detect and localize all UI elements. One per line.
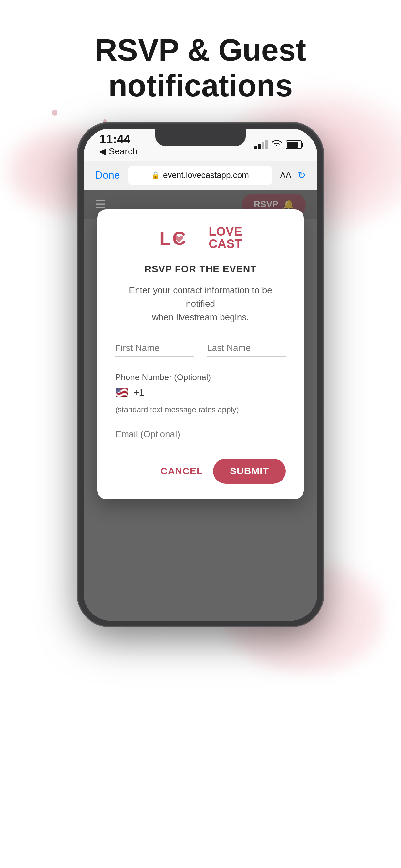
wifi-icon — [272, 140, 282, 150]
modal-desc-line1: Enter your contact information to be not… — [129, 285, 272, 309]
first-name-field[interactable] — [115, 340, 194, 357]
modal-description: Enter your contact information to be not… — [115, 283, 286, 324]
email-section[interactable] — [115, 426, 286, 443]
phone-label: Phone Number (Optional) — [115, 372, 286, 382]
modal-buttons: CANCEL SUBMIT — [115, 459, 286, 484]
browser-done-button[interactable]: Done — [95, 169, 120, 181]
modal-desc-line2: when livestream begins. — [152, 312, 249, 322]
status-bar-left: 11:44 ◀ Search — [99, 133, 137, 157]
first-name-input[interactable] — [115, 340, 194, 357]
submit-label: SUBMIT — [230, 466, 269, 476]
browser-url-bar[interactable]: 🔒 event.lovecastapp.com — [128, 166, 273, 185]
modal-title: RSVP FOR THE EVENT — [115, 264, 286, 275]
logo-cast: CAST — [209, 238, 242, 250]
svg-text:L: L — [159, 228, 171, 249]
rsvp-modal: L C LOVE CAST RSV — [97, 209, 304, 499]
title-line1: RSVP & Guest — [95, 33, 306, 67]
status-right — [254, 140, 302, 150]
browser-right-controls: AA ↻ — [280, 169, 306, 181]
email-input[interactable] — [115, 426, 286, 443]
phone-inner: 11:44 ◀ Search — [84, 128, 317, 621]
browser-aa-button[interactable]: AA — [280, 170, 291, 180]
phone-notch — [155, 128, 246, 146]
logo-love: LOVE — [209, 225, 242, 238]
signal-bar-3 — [261, 142, 264, 149]
phone-code: +1 — [133, 387, 144, 398]
browser-url-text: event.lovecastapp.com — [163, 170, 249, 180]
modal-logo: L C LOVE CAST — [115, 225, 286, 251]
phone-number-input[interactable] — [150, 387, 286, 398]
page-title: RSVP & Guest notifications — [0, 0, 401, 120]
status-time: 11:44 — [99, 133, 137, 145]
phone-input-row[interactable]: 🇺🇸 +1 — [115, 386, 286, 402]
last-name-field[interactable] — [207, 340, 286, 357]
phone-section: Phone Number (Optional) 🇺🇸 +1 (standard … — [115, 372, 286, 414]
submit-button[interactable]: SUBMIT — [213, 459, 286, 484]
name-fields-row — [115, 340, 286, 357]
phone-flag[interactable]: 🇺🇸 — [115, 386, 128, 399]
last-name-input[interactable] — [207, 340, 286, 357]
browser-refresh-button[interactable]: ↻ — [298, 169, 306, 181]
signal-bar-2 — [258, 144, 260, 149]
back-label: ◀ Search — [99, 146, 137, 157]
lock-icon: 🔒 — [151, 171, 160, 180]
phone-mockup: 11:44 ◀ Search — [78, 123, 323, 626]
battery-fill — [287, 142, 298, 148]
title-line2: notifications — [109, 68, 293, 103]
cancel-label: CANCEL — [160, 466, 203, 476]
signal-bar-1 — [254, 146, 257, 149]
signal-bar-4 — [265, 140, 268, 149]
decor-dot — [103, 120, 106, 123]
phone-rate-note: (standard text message rates apply) — [115, 405, 286, 414]
logo-text-block: LOVE CAST — [209, 225, 242, 250]
lovecast-logo-graphic: L C — [159, 225, 204, 251]
phone-outer: 11:44 ◀ Search — [78, 123, 323, 626]
browser-bar[interactable]: Done 🔒 event.lovecastapp.com AA ↻ — [84, 161, 317, 190]
cancel-button[interactable]: CANCEL — [160, 466, 203, 476]
signal-bars-icon — [254, 140, 268, 149]
app-content: ☰ RSVP 🔔 Melissa And Edward's W y — [84, 190, 317, 621]
battery-icon — [286, 141, 302, 149]
modal-overlay: L C LOVE CAST RSV — [84, 190, 317, 621]
status-search: ◀ Search — [99, 146, 137, 157]
